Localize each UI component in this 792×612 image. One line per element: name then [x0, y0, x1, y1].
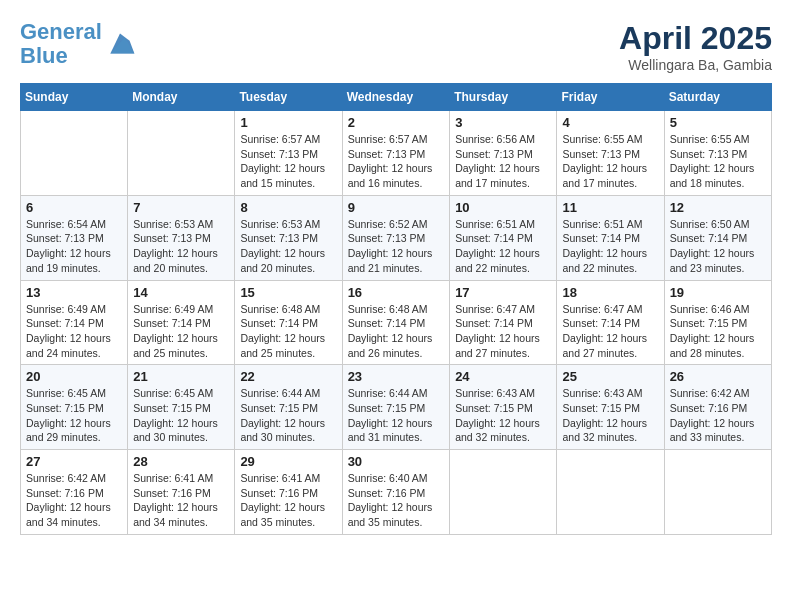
calendar-cell	[21, 111, 128, 196]
day-number: 30	[348, 454, 445, 469]
calendar-cell: 7Sunrise: 6:53 AM Sunset: 7:13 PM Daylig…	[128, 195, 235, 280]
day-info: Sunrise: 6:46 AM Sunset: 7:15 PM Dayligh…	[670, 302, 766, 361]
day-info: Sunrise: 6:43 AM Sunset: 7:15 PM Dayligh…	[455, 386, 551, 445]
day-info: Sunrise: 6:47 AM Sunset: 7:14 PM Dayligh…	[455, 302, 551, 361]
calendar-cell: 2Sunrise: 6:57 AM Sunset: 7:13 PM Daylig…	[342, 111, 450, 196]
day-number: 6	[26, 200, 122, 215]
day-number: 5	[670, 115, 766, 130]
day-number: 15	[240, 285, 336, 300]
day-info: Sunrise: 6:48 AM Sunset: 7:14 PM Dayligh…	[240, 302, 336, 361]
day-info: Sunrise: 6:51 AM Sunset: 7:14 PM Dayligh…	[562, 217, 658, 276]
day-number: 1	[240, 115, 336, 130]
day-info: Sunrise: 6:44 AM Sunset: 7:15 PM Dayligh…	[240, 386, 336, 445]
day-info: Sunrise: 6:41 AM Sunset: 7:16 PM Dayligh…	[133, 471, 229, 530]
calendar-cell: 26Sunrise: 6:42 AM Sunset: 7:16 PM Dayli…	[664, 365, 771, 450]
calendar-week-row: 1Sunrise: 6:57 AM Sunset: 7:13 PM Daylig…	[21, 111, 772, 196]
day-info: Sunrise: 6:40 AM Sunset: 7:16 PM Dayligh…	[348, 471, 445, 530]
day-info: Sunrise: 6:55 AM Sunset: 7:13 PM Dayligh…	[562, 132, 658, 191]
weekday-header: Wednesday	[342, 84, 450, 111]
calendar-cell: 23Sunrise: 6:44 AM Sunset: 7:15 PM Dayli…	[342, 365, 450, 450]
day-number: 24	[455, 369, 551, 384]
logo-line2: Blue	[20, 43, 68, 68]
day-number: 12	[670, 200, 766, 215]
location: Wellingara Ba, Gambia	[619, 57, 772, 73]
day-number: 20	[26, 369, 122, 384]
calendar-week-row: 27Sunrise: 6:42 AM Sunset: 7:16 PM Dayli…	[21, 450, 772, 535]
logo-line1: General	[20, 19, 102, 44]
day-number: 26	[670, 369, 766, 384]
calendar-cell: 20Sunrise: 6:45 AM Sunset: 7:15 PM Dayli…	[21, 365, 128, 450]
page-header: General Blue April 2025 Wellingara Ba, G…	[20, 20, 772, 73]
calendar-cell: 18Sunrise: 6:47 AM Sunset: 7:14 PM Dayli…	[557, 280, 664, 365]
day-number: 19	[670, 285, 766, 300]
day-number: 21	[133, 369, 229, 384]
logo-icon	[104, 28, 136, 60]
calendar-cell: 21Sunrise: 6:45 AM Sunset: 7:15 PM Dayli…	[128, 365, 235, 450]
day-number: 10	[455, 200, 551, 215]
day-number: 23	[348, 369, 445, 384]
day-info: Sunrise: 6:48 AM Sunset: 7:14 PM Dayligh…	[348, 302, 445, 361]
calendar-cell: 5Sunrise: 6:55 AM Sunset: 7:13 PM Daylig…	[664, 111, 771, 196]
day-number: 7	[133, 200, 229, 215]
day-info: Sunrise: 6:52 AM Sunset: 7:13 PM Dayligh…	[348, 217, 445, 276]
calendar-week-row: 13Sunrise: 6:49 AM Sunset: 7:14 PM Dayli…	[21, 280, 772, 365]
weekday-header: Sunday	[21, 84, 128, 111]
day-info: Sunrise: 6:45 AM Sunset: 7:15 PM Dayligh…	[133, 386, 229, 445]
calendar-cell	[664, 450, 771, 535]
calendar-week-row: 20Sunrise: 6:45 AM Sunset: 7:15 PM Dayli…	[21, 365, 772, 450]
calendar-cell: 30Sunrise: 6:40 AM Sunset: 7:16 PM Dayli…	[342, 450, 450, 535]
calendar-cell: 15Sunrise: 6:48 AM Sunset: 7:14 PM Dayli…	[235, 280, 342, 365]
day-number: 13	[26, 285, 122, 300]
day-info: Sunrise: 6:41 AM Sunset: 7:16 PM Dayligh…	[240, 471, 336, 530]
weekday-header: Saturday	[664, 84, 771, 111]
calendar-cell: 10Sunrise: 6:51 AM Sunset: 7:14 PM Dayli…	[450, 195, 557, 280]
calendar-cell	[450, 450, 557, 535]
day-number: 9	[348, 200, 445, 215]
day-info: Sunrise: 6:54 AM Sunset: 7:13 PM Dayligh…	[26, 217, 122, 276]
day-info: Sunrise: 6:53 AM Sunset: 7:13 PM Dayligh…	[133, 217, 229, 276]
calendar-cell: 14Sunrise: 6:49 AM Sunset: 7:14 PM Dayli…	[128, 280, 235, 365]
calendar-cell: 17Sunrise: 6:47 AM Sunset: 7:14 PM Dayli…	[450, 280, 557, 365]
calendar-cell: 27Sunrise: 6:42 AM Sunset: 7:16 PM Dayli…	[21, 450, 128, 535]
calendar-cell: 19Sunrise: 6:46 AM Sunset: 7:15 PM Dayli…	[664, 280, 771, 365]
day-info: Sunrise: 6:51 AM Sunset: 7:14 PM Dayligh…	[455, 217, 551, 276]
calendar-cell: 24Sunrise: 6:43 AM Sunset: 7:15 PM Dayli…	[450, 365, 557, 450]
day-info: Sunrise: 6:56 AM Sunset: 7:13 PM Dayligh…	[455, 132, 551, 191]
calendar-cell: 13Sunrise: 6:49 AM Sunset: 7:14 PM Dayli…	[21, 280, 128, 365]
day-number: 18	[562, 285, 658, 300]
calendar-cell: 3Sunrise: 6:56 AM Sunset: 7:13 PM Daylig…	[450, 111, 557, 196]
day-info: Sunrise: 6:50 AM Sunset: 7:14 PM Dayligh…	[670, 217, 766, 276]
day-info: Sunrise: 6:45 AM Sunset: 7:15 PM Dayligh…	[26, 386, 122, 445]
day-number: 14	[133, 285, 229, 300]
logo: General Blue	[20, 20, 136, 68]
calendar-table: SundayMondayTuesdayWednesdayThursdayFrid…	[20, 83, 772, 535]
day-info: Sunrise: 6:53 AM Sunset: 7:13 PM Dayligh…	[240, 217, 336, 276]
weekday-header: Monday	[128, 84, 235, 111]
day-number: 22	[240, 369, 336, 384]
day-number: 29	[240, 454, 336, 469]
calendar-cell: 25Sunrise: 6:43 AM Sunset: 7:15 PM Dayli…	[557, 365, 664, 450]
calendar-cell: 28Sunrise: 6:41 AM Sunset: 7:16 PM Dayli…	[128, 450, 235, 535]
day-number: 17	[455, 285, 551, 300]
day-number: 27	[26, 454, 122, 469]
logo-text: General Blue	[20, 20, 102, 68]
calendar-cell	[557, 450, 664, 535]
calendar-cell: 12Sunrise: 6:50 AM Sunset: 7:14 PM Dayli…	[664, 195, 771, 280]
weekday-header: Thursday	[450, 84, 557, 111]
calendar-cell: 22Sunrise: 6:44 AM Sunset: 7:15 PM Dayli…	[235, 365, 342, 450]
day-number: 11	[562, 200, 658, 215]
day-info: Sunrise: 6:43 AM Sunset: 7:15 PM Dayligh…	[562, 386, 658, 445]
calendar-cell	[128, 111, 235, 196]
calendar-cell: 9Sunrise: 6:52 AM Sunset: 7:13 PM Daylig…	[342, 195, 450, 280]
day-number: 8	[240, 200, 336, 215]
day-info: Sunrise: 6:42 AM Sunset: 7:16 PM Dayligh…	[670, 386, 766, 445]
day-info: Sunrise: 6:57 AM Sunset: 7:13 PM Dayligh…	[348, 132, 445, 191]
calendar-cell: 1Sunrise: 6:57 AM Sunset: 7:13 PM Daylig…	[235, 111, 342, 196]
month-year: April 2025	[619, 20, 772, 57]
weekday-header: Tuesday	[235, 84, 342, 111]
day-number: 2	[348, 115, 445, 130]
day-info: Sunrise: 6:47 AM Sunset: 7:14 PM Dayligh…	[562, 302, 658, 361]
weekday-header: Friday	[557, 84, 664, 111]
day-number: 28	[133, 454, 229, 469]
calendar-cell: 16Sunrise: 6:48 AM Sunset: 7:14 PM Dayli…	[342, 280, 450, 365]
